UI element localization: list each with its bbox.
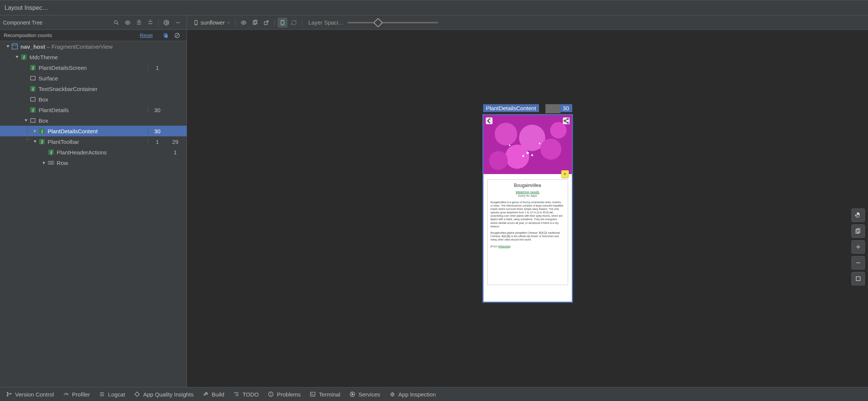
recomposition-count: 1 [148,65,166,71]
node-label: Box [39,96,48,103]
skip-count: 29 [166,139,184,145]
right-panel: sunflower Layer Spaci… [187,15,868,387]
expand-arrow [23,65,29,70]
process-name: sunflower [201,19,225,26]
device-toolbar: sunflower Layer Spaci… [187,15,868,30]
tree-node-mdctheme[interactable]: ⨍MdcTheme [0,52,187,62]
reset-link[interactable]: Reset [140,32,153,38]
device-canvas[interactable]: PlantDetailsContent 30 [187,30,868,387]
bottom-version-control[interactable]: Version Control [6,391,54,398]
gear-icon[interactable] [162,18,171,28]
component-tree[interactable]: nav_host – FragmentContainerView⨍MdcThem… [0,41,187,387]
left-panel: Component Tree Recomposition counts [0,15,187,387]
refresh-icon[interactable] [289,18,299,28]
back-button[interactable] [486,117,493,124]
minimize-icon[interactable] [173,18,183,28]
svg-point-73 [7,392,8,393]
wikipedia-link[interactable]: Wikipedia [498,245,510,248]
expand-arrow[interactable] [5,44,11,49]
process-selector[interactable]: sunflower [191,19,233,26]
search-icon[interactable] [111,18,121,28]
component-tree-toolbar: Component Tree [0,15,187,30]
copy-icon[interactable] [161,31,171,40]
bottom-problems[interactable]: Problems [268,391,301,398]
bottom-profiler[interactable]: Profiler [63,391,90,398]
live-icon[interactable] [239,18,249,28]
svg-point-8 [166,22,167,23]
tree-node-textsnackbar[interactable]: ⨍TextSnackbarContainer [0,83,187,94]
tree-node-plantdetails[interactable]: ⨍PlantDetails30 [0,105,187,115]
node-label: PlantDetails [39,107,69,113]
tree-node-plantdetailscontent[interactable]: ⨍PlantDetailsContent30 [0,126,187,136]
bottom-build[interactable]: Build [203,391,224,398]
expand-arrow[interactable] [42,160,47,165]
svg-text:⨍: ⨍ [32,66,34,70]
plant-name: Bougainvillea [491,183,565,188]
svg-line-94 [394,394,394,394]
compose-icon: ⨍ [39,128,45,134]
svg-point-56 [550,122,567,139]
compose-icon: ⨍ [29,85,36,92]
bottom-app-inspection[interactable]: App Inspection [389,391,436,398]
svg-point-2 [127,22,128,23]
svg-line-76 [66,394,67,395]
compose-icon: ⨍ [20,54,27,60]
tree-node-plantdetailsscreen[interactable]: ⨍PlantDetailsScreen1 [0,62,187,73]
svg-marker-14 [6,45,9,48]
expand-arrow[interactable] [14,54,20,60]
zoom-in-tool[interactable] [851,240,865,254]
svg-text:⨍: ⨍ [23,55,25,60]
svg-rect-25 [31,97,35,101]
tree-node-box2[interactable]: Box [0,115,187,126]
skip-icon[interactable] [172,31,182,40]
expand-icon[interactable] [134,18,144,28]
share-button[interactable] [563,117,570,124]
node-label: PlantDetailsScreen [39,65,87,71]
plant-card: Bougainvillea Watering needs every 5c da… [487,179,568,285]
tree-node-plantheaderactions[interactable]: ⨍PlantHeaderActions1 [0,147,187,157]
tree-node-nav_host[interactable]: nav_host – FragmentContainerView [0,41,187,52]
tree-node-row[interactable]: Row [0,157,187,168]
snapshot-icon[interactable] [250,18,260,28]
pan-tool[interactable] [851,208,865,222]
main-area: Component Tree Recomposition counts [0,15,868,387]
visibility-icon[interactable] [123,18,133,28]
svg-point-64 [567,122,568,123]
compose-icon: ⨍ [48,149,54,156]
chevron-down-icon [226,20,231,25]
expand-arrow[interactable] [32,128,38,134]
bottom-logcat[interactable]: Logcat [99,391,125,398]
svg-point-75 [10,393,11,394]
svg-point-74 [7,395,8,396]
add-fab[interactable]: + [561,170,569,178]
svg-rect-39 [48,161,50,164]
device-icon [193,20,199,26]
layer-spacing-slider[interactable] [348,19,438,26]
svg-rect-10 [165,34,167,38]
export-icon[interactable] [261,18,271,28]
layers-tool[interactable] [851,224,865,238]
bottom-services[interactable]: Services [349,391,380,398]
tree-node-box1[interactable]: Box [0,94,187,105]
svg-point-61 [509,145,510,146]
compose-icon: ⨍ [39,138,45,145]
zoom-out-tool[interactable] [851,256,865,270]
inspect-mode-icon[interactable] [278,18,287,28]
tree-node-surface[interactable]: Surface [0,73,187,83]
selection-count: 30 [560,104,572,112]
expand-arrow [42,150,47,155]
tree-node-planttoolbar[interactable]: ⨍PlantToolbar129 [0,136,187,147]
bottom-app-quality[interactable]: App Quality Insights [134,391,193,398]
fit-tool[interactable] [851,272,865,285]
title-bar: Layout Inspec… [0,0,868,15]
bottom-label: Build [212,391,224,398]
expand-arrow[interactable] [23,118,29,123]
svg-marker-38 [43,161,45,164]
collapse-icon[interactable] [145,18,155,28]
bottom-toolbar: Version ControlProfilerLogcatApp Quality… [0,387,868,401]
svg-line-65 [565,119,567,121]
plant-hero-image: + [483,115,572,174]
bottom-todo[interactable]: TODO [233,391,259,398]
bottom-terminal[interactable]: Terminal [310,391,340,398]
expand-arrow[interactable] [32,139,38,144]
